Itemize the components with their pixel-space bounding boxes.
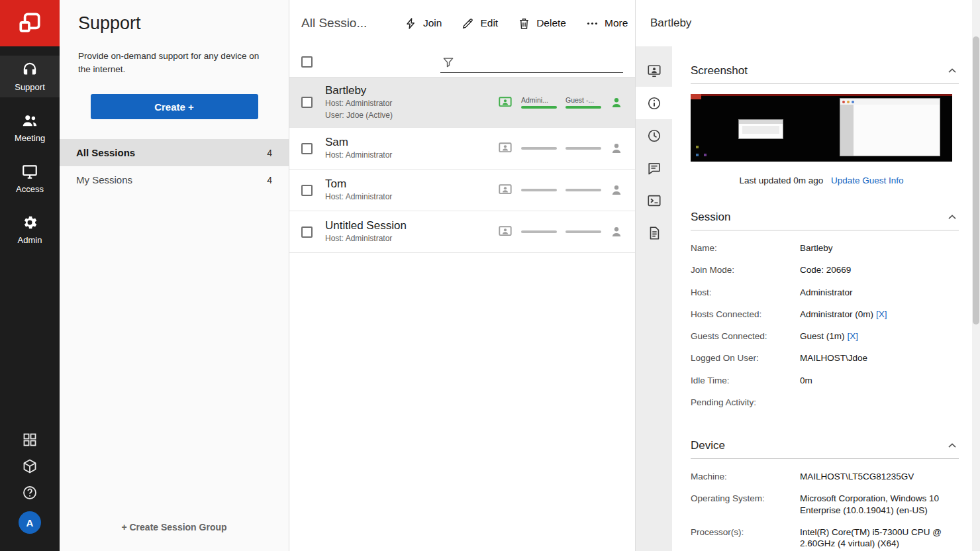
guest-person-icon bbox=[610, 142, 623, 155]
brand-icon bbox=[17, 11, 42, 36]
create-session-button[interactable]: Create + bbox=[91, 94, 258, 119]
sidebar-item-meeting[interactable]: Meeting bbox=[0, 107, 60, 148]
session-list-toolbar: All Sessio... Join Edit Delete bbox=[289, 0, 635, 46]
sidebar-item-support[interactable]: Support bbox=[0, 56, 60, 97]
update-guest-info-link[interactable]: Update Guest Info bbox=[831, 175, 904, 185]
create-session-group-link[interactable]: + Create Session Group bbox=[60, 522, 289, 551]
session-host: Host: Administrator bbox=[325, 234, 498, 244]
section-divider bbox=[691, 458, 959, 459]
tab-notes[interactable] bbox=[636, 217, 672, 249]
screenshot-section-header: Screenshot bbox=[691, 64, 959, 77]
sidebar-item-label: Support bbox=[15, 82, 45, 92]
row-checkbox[interactable] bbox=[301, 97, 313, 108]
session-row-untitled[interactable]: Untitled Session Host: Administrator bbox=[289, 211, 635, 253]
host-monitor-icon bbox=[498, 141, 513, 156]
monitor-icon bbox=[21, 163, 38, 180]
guest-person-icon bbox=[610, 183, 623, 197]
extensions-icon[interactable] bbox=[22, 432, 38, 448]
row-checkbox[interactable] bbox=[301, 226, 313, 238]
tab-commands[interactable] bbox=[636, 184, 672, 217]
delete-label: Delete bbox=[536, 17, 566, 29]
disconnect-guest-link[interactable]: [X] bbox=[848, 331, 859, 341]
session-info: Untitled Session Host: Administrator bbox=[325, 219, 498, 244]
cube-icon[interactable] bbox=[22, 458, 38, 474]
chat-icon bbox=[647, 161, 662, 175]
session-status bbox=[498, 183, 623, 197]
app-sidebar: Support Meeting Access Admin A bbox=[0, 0, 60, 551]
detail-tab-strip bbox=[636, 46, 672, 551]
group-label: All Sessions bbox=[76, 147, 135, 158]
guest-connection-label: Guest -... bbox=[565, 96, 601, 105]
row-checkbox[interactable] bbox=[301, 143, 313, 154]
tab-history[interactable] bbox=[636, 119, 672, 152]
session-status bbox=[498, 141, 623, 156]
thumb-desktop-icon bbox=[704, 154, 707, 156]
guest-person-icon bbox=[610, 96, 623, 109]
screenshot-caption: Last updated 0m ago Update Guest Info bbox=[691, 175, 952, 185]
tab-messages[interactable] bbox=[636, 152, 672, 184]
host-monitor-icon bbox=[498, 225, 513, 239]
field-label: Name: bbox=[691, 242, 800, 254]
field-value: Intel(R) Core(TM) i5-7300U CPU @ 2.60GHz… bbox=[800, 527, 942, 548]
guest-person-icon bbox=[610, 225, 623, 238]
guest-connection-bar bbox=[565, 106, 601, 109]
host-connection-bar bbox=[521, 106, 557, 109]
group-my-sessions[interactable]: My Sessions 4 bbox=[60, 166, 289, 193]
chevron-up-icon[interactable] bbox=[946, 64, 959, 77]
delete-button[interactable]: Delete bbox=[518, 17, 566, 30]
section-title: Device bbox=[691, 439, 725, 452]
group-all-sessions[interactable]: All Sessions 4 bbox=[60, 139, 289, 166]
device-fields: Machine: MAILHOST\LT5CG81235GV Operating… bbox=[691, 466, 959, 551]
edit-button[interactable]: Edit bbox=[462, 17, 498, 30]
user-avatar[interactable]: A bbox=[19, 511, 41, 534]
field-value: Code: 20669 bbox=[800, 265, 851, 275]
section-title: Screenshot bbox=[691, 64, 748, 77]
field-hosts-connected: Hosts Connected: Administrator (0m)[X] bbox=[691, 304, 959, 326]
terminal-icon bbox=[647, 193, 662, 208]
session-row-bartleby[interactable]: Bartleby Host: Administrator User: Jdoe … bbox=[289, 77, 635, 128]
screenshot-thumbnail[interactable] bbox=[691, 94, 952, 162]
tab-info[interactable] bbox=[636, 87, 672, 119]
select-all-checkbox[interactable] bbox=[301, 56, 313, 68]
clock-icon bbox=[647, 128, 662, 143]
more-button[interactable]: More bbox=[586, 17, 628, 30]
session-row-tom[interactable]: Tom Host: Administrator bbox=[289, 170, 635, 211]
pencil-icon bbox=[462, 17, 474, 30]
disconnect-host-link[interactable]: [X] bbox=[876, 309, 887, 319]
field-value: Microsoft Corporation, Windows 10 Enterp… bbox=[800, 493, 939, 515]
tab-screen[interactable] bbox=[636, 54, 672, 87]
session-name: Sam bbox=[325, 136, 498, 149]
join-label: Join bbox=[423, 17, 442, 29]
section-title: Session bbox=[691, 211, 730, 224]
guest-connection-bar bbox=[565, 230, 601, 233]
field-value: MAILHOST\Jdoe bbox=[800, 353, 867, 363]
document-icon bbox=[647, 226, 662, 240]
guest-connection-column bbox=[565, 189, 601, 191]
support-panel: Support Provide on-demand support for an… bbox=[60, 0, 289, 551]
row-checkbox[interactable] bbox=[301, 185, 313, 196]
thumb-window bbox=[738, 119, 783, 139]
sidebar-item-admin[interactable]: Admin bbox=[0, 209, 60, 250]
scrollbar-thumb[interactable] bbox=[973, 36, 979, 325]
sidebar-item-label: Admin bbox=[18, 235, 42, 245]
info-icon bbox=[647, 96, 662, 111]
chevron-up-icon[interactable] bbox=[946, 211, 959, 224]
field-machine: Machine: MAILHOST\LT5CG81235GV bbox=[691, 466, 959, 488]
session-row-sam[interactable]: Sam Host: Administrator bbox=[289, 128, 635, 170]
filter-input[interactable] bbox=[440, 52, 623, 73]
session-name: Tom bbox=[325, 177, 498, 191]
field-value: Bartleby bbox=[800, 243, 833, 253]
panel-spacer bbox=[60, 193, 289, 522]
thumb-desktop-icon bbox=[696, 146, 699, 148]
gear-icon bbox=[21, 214, 38, 231]
field-name: Name: Bartleby bbox=[691, 238, 959, 260]
host-connection-bar bbox=[521, 230, 557, 233]
help-icon[interactable] bbox=[22, 485, 38, 501]
join-icon bbox=[405, 17, 417, 30]
app-logo[interactable] bbox=[0, 0, 60, 46]
session-group-list: All Sessions 4 My Sessions 4 bbox=[60, 139, 289, 193]
chevron-up-icon[interactable] bbox=[946, 439, 959, 452]
join-button[interactable]: Join bbox=[405, 17, 442, 30]
monitor-person-icon bbox=[647, 64, 662, 78]
sidebar-item-access[interactable]: Access bbox=[0, 158, 60, 199]
